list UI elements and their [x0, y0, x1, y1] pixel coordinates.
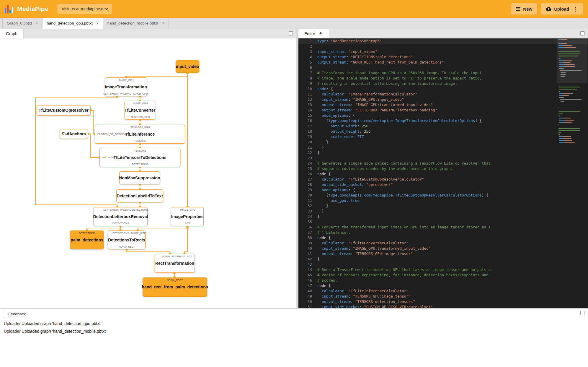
line-number: 51 [298, 304, 317, 308]
graph-node-TfLiteTensorsToDetections[interactable]: TfLiteTensorsToDetectionsTENSORSDETECTIO… [99, 148, 180, 167]
port-label: NORM_RECT [119, 245, 135, 248]
graph-node-DetectionLabelIdToText[interactable]: DetectionLabelIdToText [116, 189, 163, 202]
port-label: DETECTIONS [112, 232, 129, 235]
line-number: 16 [298, 118, 317, 124]
port-label: IMAGE_SIZE [177, 255, 192, 258]
port-label: LETTERBOX_PADDING [103, 208, 131, 211]
popout-window-icon[interactable] [289, 31, 293, 35]
editor-tab[interactable]: Editor [298, 29, 329, 38]
line-number: 25 [298, 166, 317, 171]
port-label: IMAGE_GPU [180, 208, 195, 211]
new-button[interactable]: New [511, 3, 537, 14]
graph-node-label: TfLiteTensorsToDetections [112, 155, 168, 160]
graph-node-palm_detections[interactable]: palm_detectionsDETECTIONS [70, 230, 104, 249]
code-line: 5output_stream: "NORM_RECT:hand_rect_fro… [298, 60, 588, 65]
graph-node-label: palm_detections [69, 238, 104, 242]
line-number: 9 [298, 81, 317, 86]
port-label: NORM_RECT [167, 279, 183, 282]
graph-node-label: input_video [174, 64, 201, 69]
graph-node-TfLiteInference[interactable]: TfLiteInferenceTENSORS_GPUTENSORSCUSTOM_… [95, 125, 185, 144]
graph-node-label: RectTransformation [154, 261, 196, 266]
feedback-strip: Feedback [0, 308, 588, 318]
graph-node-SsdAnchors[interactable]: SsdAnchors [60, 129, 88, 139]
code-line: 12 input_stream: "IMAGE_GPU:input_video" [298, 97, 588, 102]
graph-node-label: hand_rect_from_palm_detections [140, 285, 209, 289]
graph-node-label: ImageTransformation [103, 85, 148, 89]
graph-node-label: DetectionsToRects [107, 238, 147, 242]
kebab-menu-icon[interactable]: ⋮ [573, 6, 579, 12]
line-number: 31 [298, 198, 317, 203]
graph-node-ImageTransformation[interactable]: ImageTransformationIMAGE_GPULETTERBOX_PA… [105, 77, 147, 96]
code-line: 23 [298, 155, 588, 161]
code-line: 13 output_stream: "IMAGE_GPU:transformed… [298, 102, 588, 108]
line-number: 19 [298, 134, 317, 139]
port-label: IMAGE_SIZE [130, 232, 146, 235]
port-label: TENSORS [134, 139, 146, 142]
line-number: 44 [298, 267, 317, 272]
port-label: DETECTIONS [132, 208, 148, 211]
code-line: 11 calculator: "ImageTransformationCalcu… [298, 92, 588, 97]
app-title: MediaPipe [17, 5, 48, 12]
line-number: 1 [298, 38, 317, 44]
graph-node-NonMaxSuppression[interactable]: NonMaxSuppression [119, 171, 160, 184]
graph-node-RectTransformation[interactable]: RectTransformationNORM_RECTIMAGE_SIZE [155, 254, 195, 273]
tab-close-icon[interactable]: × [162, 21, 164, 25]
graph-node-DetectionLetterboxRemoval[interactable]: DetectionLetterboxRemovalLETTERBOX_PADDI… [94, 207, 148, 226]
popout-window-icon[interactable] [580, 311, 584, 315]
line-number: 28 [298, 182, 317, 187]
popout-window-icon[interactable] [580, 31, 584, 35]
graph-node-TfLiteCustomOpResolver[interactable]: TfLiteCustomOpResolver [37, 105, 91, 116]
graph-canvas[interactable]: input_videoImageTransformationIMAGE_GPUL… [0, 38, 296, 308]
document-tab[interactable]: Graph_0.pbtxt× [2, 18, 43, 29]
line-number: 49 [298, 294, 317, 299]
code-line: 43 [298, 262, 588, 267]
code-line: 9# resulting in potential letterboxing i… [298, 81, 588, 86]
code-line: 36# Converts the transformed input image… [298, 225, 588, 230]
mediapipe-visualizer: MediaPipe Visit us at mediapipe.dev New … [0, 0, 588, 367]
editor-code[interactable]: 1type: "HandDetectionSubgraph"23input_st… [298, 38, 588, 308]
code-line: 44# Runs a TensorFlow Lite model on GPU … [298, 267, 588, 272]
document-tab-label: hand_detection_gpu.pbtxt [47, 21, 92, 25]
graph-node-TfLiteConverter[interactable]: TfLiteConverterIMAGE_GPUTENSORS_GPU [125, 101, 155, 120]
code-line: 32 } [298, 203, 588, 209]
line-number: 45 [298, 272, 317, 278]
line-number: 4 [298, 54, 317, 60]
feedback-panel: Feedback UploaderUploaded graph 'hand_de… [0, 308, 588, 367]
line-number: 38 [298, 235, 317, 241]
mediapipe-logo-icon [5, 4, 14, 13]
document-tab[interactable]: hand_detection_mobile.pbtxt× [103, 18, 169, 29]
graph-node-input_video[interactable]: input_video [176, 60, 199, 73]
graph-tab[interactable]: Graph [0, 29, 24, 38]
code-line: 51 input_side_packet: "CUSTOM_OP_RESOLVE… [298, 304, 588, 308]
code-line: 34} [298, 214, 588, 219]
feedback-tab-label: Feedback [8, 312, 26, 316]
code-line: 1type: "HandDetectionSubgraph" [298, 38, 588, 44]
code-line: 30 [type.googleapis.com/mediapipe.TfLite… [298, 193, 588, 198]
document-tab[interactable]: hand_detection_gpu.pbtxt× [43, 18, 103, 29]
line-number: 29 [298, 187, 317, 193]
line-number: 27 [298, 177, 317, 182]
line-number: 32 [298, 203, 317, 209]
line-number: 36 [298, 225, 317, 230]
code-line: 2 [298, 44, 588, 49]
graph-node-ImageProperties[interactable]: ImagePropertiesIMAGE_GPUSIZE [171, 207, 204, 226]
upload-button[interactable]: Upload ⋮ [541, 3, 583, 14]
code-line: 26node { [298, 171, 588, 177]
tab-close-icon[interactable]: × [96, 21, 99, 25]
editor-minimap[interactable] [558, 39, 583, 144]
line-number: 48 [298, 288, 317, 294]
line-number: 2 [298, 44, 317, 49]
graph-node-hand_rect_from_palm_detections[interactable]: hand_rect_from_palm_detectionsNORM_RECT [143, 277, 207, 297]
code-line: 42} [298, 256, 588, 262]
graph-node-DetectionsToRects[interactable]: DetectionsToRectsDETECTIONSIMAGE_SIZENOR… [108, 230, 146, 249]
mediapipe-dev-link[interactable]: mediapipe.dev [81, 7, 108, 11]
tab-close-icon[interactable]: × [36, 21, 38, 25]
code-editor[interactable]: 1type: "HandDetectionSubgraph"23input_st… [298, 38, 588, 308]
code-line: 18 output_height: 256 [298, 129, 588, 134]
feedback-tab[interactable]: Feedback [3, 310, 31, 318]
code-line: 17 output_width: 256 [298, 124, 588, 129]
code-line: 4output_stream: "DETECTIONS:palm_detecti… [298, 54, 588, 60]
download-icon[interactable] [318, 31, 323, 36]
code-line: 35 [298, 219, 588, 225]
line-number: 21 [298, 145, 317, 150]
